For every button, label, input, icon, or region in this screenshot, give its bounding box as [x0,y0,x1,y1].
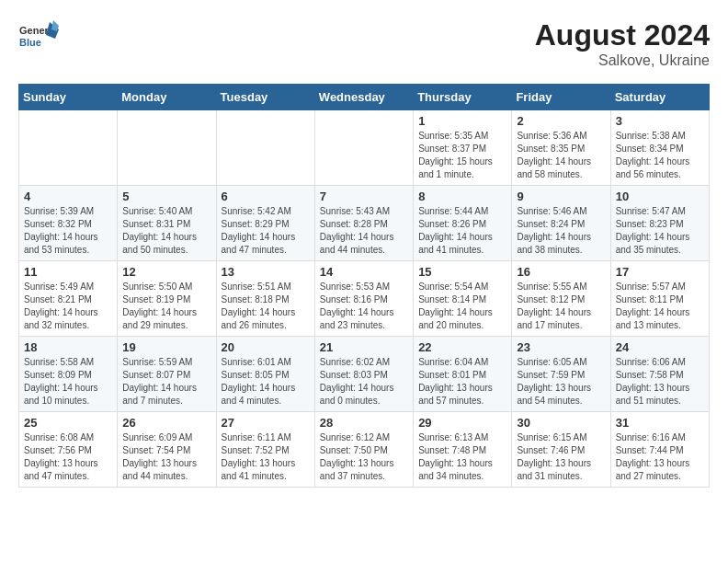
day-info: Sunrise: 5:44 AM Sunset: 8:26 PM Dayligh… [418,205,506,257]
day-number: 27 [222,416,310,430]
day-info: Sunrise: 5:46 AM Sunset: 8:24 PM Dayligh… [517,205,605,257]
day-info: Sunrise: 5:53 AM Sunset: 8:16 PM Dayligh… [320,281,408,332]
logo-svg: General Blue [18,18,59,59]
day-info: Sunrise: 5:42 AM Sunset: 8:29 PM Dayligh… [222,205,310,257]
calendar-table: SundayMondayTuesdayWednesdayThursdayFrid… [18,84,710,488]
day-info: Sunrise: 6:13 AM Sunset: 7:48 PM Dayligh… [418,431,506,483]
day-cell: 26Sunrise: 6:09 AM Sunset: 7:54 PM Dayli… [118,412,216,488]
day-number: 30 [517,416,605,430]
day-cell: 18Sunrise: 5:58 AM Sunset: 8:09 PM Dayli… [19,337,118,412]
day-number: 11 [24,265,112,279]
day-cell: 31Sunrise: 6:16 AM Sunset: 7:44 PM Dayli… [610,412,709,488]
day-info: Sunrise: 5:43 AM Sunset: 8:28 PM Dayligh… [320,205,408,257]
day-info: Sunrise: 6:11 AM Sunset: 7:52 PM Dayligh… [222,431,310,483]
day-info: Sunrise: 5:40 AM Sunset: 8:31 PM Dayligh… [122,205,210,257]
day-info: Sunrise: 5:35 AM Sunset: 8:37 PM Dayligh… [418,130,506,181]
week-row-0: 1Sunrise: 5:35 AM Sunset: 8:37 PM Daylig… [19,110,710,186]
day-cell: 21Sunrise: 6:02 AM Sunset: 8:03 PM Dayli… [314,337,413,412]
day-info: Sunrise: 5:50 AM Sunset: 8:19 PM Dayligh… [122,281,210,332]
day-info: Sunrise: 5:55 AM Sunset: 8:12 PM Dayligh… [517,281,605,332]
day-header-thursday: Thursday [414,85,512,110]
day-number: 17 [616,265,704,279]
day-number: 12 [122,265,210,279]
day-cell: 3Sunrise: 5:38 AM Sunset: 8:34 PM Daylig… [610,110,709,186]
day-header-tuesday: Tuesday [216,85,314,110]
day-number: 15 [418,265,506,279]
day-cell: 29Sunrise: 6:13 AM Sunset: 7:48 PM Dayli… [414,412,512,488]
day-header-wednesday: Wednesday [314,85,413,110]
day-info: Sunrise: 6:09 AM Sunset: 7:54 PM Dayligh… [122,431,210,483]
day-cell: 9Sunrise: 5:46 AM Sunset: 8:24 PM Daylig… [512,186,610,261]
week-row-2: 11Sunrise: 5:49 AM Sunset: 8:21 PM Dayli… [19,261,710,337]
day-cell [314,110,413,186]
day-cell [19,110,118,186]
week-row-1: 4Sunrise: 5:39 AM Sunset: 8:32 PM Daylig… [19,186,710,261]
day-cell [118,110,216,186]
calendar-header: SundayMondayTuesdayWednesdayThursdayFrid… [19,85,710,110]
day-info: Sunrise: 5:57 AM Sunset: 8:11 PM Dayligh… [616,281,704,332]
day-info: Sunrise: 5:47 AM Sunset: 8:23 PM Dayligh… [616,205,704,257]
day-info: Sunrise: 5:39 AM Sunset: 8:32 PM Dayligh… [24,205,112,257]
day-info: Sunrise: 6:05 AM Sunset: 7:59 PM Dayligh… [517,356,605,408]
day-cell: 14Sunrise: 5:53 AM Sunset: 8:16 PM Dayli… [314,261,413,337]
day-number: 23 [517,340,605,354]
day-cell [216,110,314,186]
calendar-subtitle: Salkove, Ukraine [535,52,710,69]
day-cell: 20Sunrise: 6:01 AM Sunset: 8:05 PM Dayli… [216,337,314,412]
day-header-sunday: Sunday [19,85,118,110]
day-cell: 13Sunrise: 5:51 AM Sunset: 8:18 PM Dayli… [216,261,314,337]
day-number: 10 [616,190,704,203]
day-number: 16 [517,265,605,279]
day-cell: 4Sunrise: 5:39 AM Sunset: 8:32 PM Daylig… [19,186,118,261]
day-cell: 7Sunrise: 5:43 AM Sunset: 8:28 PM Daylig… [314,186,413,261]
day-cell: 5Sunrise: 5:40 AM Sunset: 8:31 PM Daylig… [118,186,216,261]
day-info: Sunrise: 6:15 AM Sunset: 7:46 PM Dayligh… [517,431,605,483]
day-cell: 22Sunrise: 6:04 AM Sunset: 8:01 PM Dayli… [414,337,512,412]
day-info: Sunrise: 6:01 AM Sunset: 8:05 PM Dayligh… [222,356,310,408]
week-row-3: 18Sunrise: 5:58 AM Sunset: 8:09 PM Dayli… [19,337,710,412]
day-info: Sunrise: 5:54 AM Sunset: 8:14 PM Dayligh… [418,281,506,332]
day-number: 13 [222,265,310,279]
day-cell: 12Sunrise: 5:50 AM Sunset: 8:19 PM Dayli… [118,261,216,337]
day-number: 22 [418,340,506,354]
day-info: Sunrise: 6:04 AM Sunset: 8:01 PM Dayligh… [418,356,506,408]
day-cell: 10Sunrise: 5:47 AM Sunset: 8:23 PM Dayli… [610,186,709,261]
day-info: Sunrise: 5:36 AM Sunset: 8:35 PM Dayligh… [517,130,605,181]
day-number: 14 [320,265,408,279]
day-header-saturday: Saturday [610,85,709,110]
day-number: 1 [418,114,506,128]
day-cell: 6Sunrise: 5:42 AM Sunset: 8:29 PM Daylig… [216,186,314,261]
day-cell: 28Sunrise: 6:12 AM Sunset: 7:50 PM Dayli… [314,412,413,488]
day-number: 29 [418,416,506,430]
day-number: 4 [24,190,112,203]
title-block: August 2024 Salkove, Ukraine [535,18,710,69]
day-cell: 15Sunrise: 5:54 AM Sunset: 8:14 PM Dayli… [414,261,512,337]
day-number: 24 [616,340,704,354]
day-number: 20 [222,340,310,354]
svg-text:Blue: Blue [19,37,41,48]
day-number: 3 [616,114,704,128]
day-header-friday: Friday [512,85,610,110]
day-cell: 16Sunrise: 5:55 AM Sunset: 8:12 PM Dayli… [512,261,610,337]
day-info: Sunrise: 5:58 AM Sunset: 8:09 PM Dayligh… [24,356,112,408]
day-number: 2 [517,114,605,128]
calendar-body: 1Sunrise: 5:35 AM Sunset: 8:37 PM Daylig… [19,110,710,488]
calendar-title: August 2024 [535,18,710,52]
day-cell: 23Sunrise: 6:05 AM Sunset: 7:59 PM Dayli… [512,337,610,412]
day-cell: 1Sunrise: 5:35 AM Sunset: 8:37 PM Daylig… [414,110,512,186]
day-cell: 17Sunrise: 5:57 AM Sunset: 8:11 PM Dayli… [610,261,709,337]
logo: General Blue [18,18,59,59]
day-number: 21 [320,340,408,354]
day-number: 25 [24,416,112,430]
day-cell: 30Sunrise: 6:15 AM Sunset: 7:46 PM Dayli… [512,412,610,488]
day-number: 31 [616,416,704,430]
day-cell: 8Sunrise: 5:44 AM Sunset: 8:26 PM Daylig… [414,186,512,261]
day-number: 9 [517,190,605,203]
day-number: 26 [122,416,210,430]
day-info: Sunrise: 6:16 AM Sunset: 7:44 PM Dayligh… [616,431,704,483]
day-info: Sunrise: 5:59 AM Sunset: 8:07 PM Dayligh… [122,356,210,408]
day-info: Sunrise: 5:51 AM Sunset: 8:18 PM Dayligh… [222,281,310,332]
day-info: Sunrise: 6:08 AM Sunset: 7:56 PM Dayligh… [24,431,112,483]
week-row-4: 25Sunrise: 6:08 AM Sunset: 7:56 PM Dayli… [19,412,710,488]
day-number: 19 [122,340,210,354]
